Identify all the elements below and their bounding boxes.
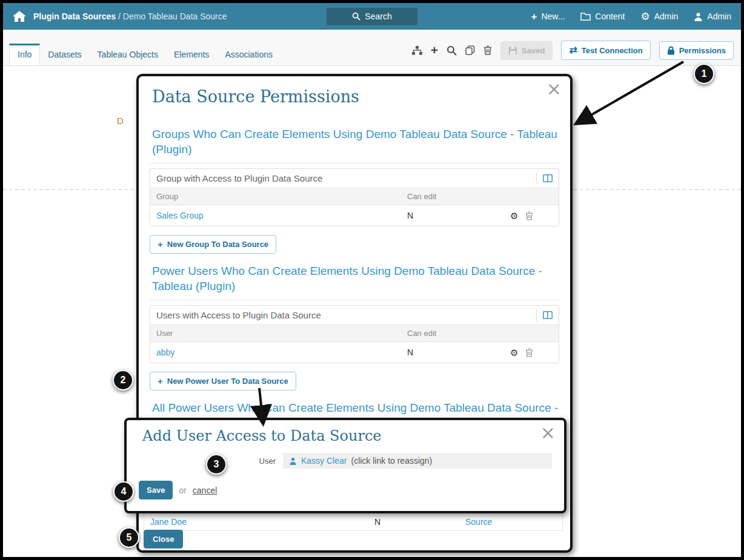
user-link[interactable]: Jane Doe xyxy=(150,517,187,527)
top-menu: + New... Content ⚙ Admin Admin xyxy=(531,12,731,22)
row-trash-icon[interactable] xyxy=(525,211,533,220)
row-gear-icon[interactable]: ⚙ xyxy=(510,211,518,220)
can-edit-value: N xyxy=(407,348,510,357)
copy-icon[interactable] xyxy=(465,45,475,55)
transfer-icon: ⇄ xyxy=(569,45,577,55)
toolbar: + Saved ⇄ Test Connection Permissions xyxy=(412,41,734,60)
power-users-section-heading: Power Users Who Can Create Elements Usin… xyxy=(150,263,559,300)
menu-user-label: Admin xyxy=(707,12,731,21)
can-edit-value: N xyxy=(407,211,510,220)
plus-icon: + xyxy=(531,12,537,22)
top-bar: Plugin Data Sources / Demo Tableau Data … xyxy=(3,3,741,30)
permissions-button[interactable]: Permissions xyxy=(659,41,734,60)
users-table-caption-row: Users with Access to Plugin Data Source xyxy=(150,306,559,325)
source-link[interactable]: Source xyxy=(465,517,492,527)
groups-table-caption-row: Group with Access to Plugin Data Source xyxy=(150,169,559,188)
menu-item-content[interactable]: Content xyxy=(580,12,625,21)
users-table-caption: Users with Access to Plugin Data Source xyxy=(156,310,536,320)
menu-item-new[interactable]: + New... xyxy=(531,12,565,22)
groups-section-heading: Groups Who Can Create Elements Using Dem… xyxy=(150,127,559,163)
home-icon[interactable] xyxy=(13,11,26,22)
tabs: Info Datasets Tableau Objects Elements A… xyxy=(9,44,281,65)
user-icon xyxy=(694,12,703,21)
permissions-label: Permissions xyxy=(679,46,726,55)
column-header-group: Group xyxy=(150,192,407,201)
new-power-user-button-label: New Power User To Data Source xyxy=(167,377,288,386)
folder-icon xyxy=(580,12,591,21)
add-icon[interactable]: + xyxy=(431,45,438,55)
add-user-modal-title: Add User Access to Data Source xyxy=(142,427,552,444)
menu-item-admin[interactable]: ⚙ Admin xyxy=(640,12,678,22)
column-header-can-edit: Can edit xyxy=(407,192,510,201)
tab-associations[interactable]: Associations xyxy=(217,44,281,65)
group-link[interactable]: Sales Group xyxy=(156,211,204,220)
groups-table-header: Group Can edit xyxy=(150,188,559,205)
search-button[interactable]: Search xyxy=(327,8,417,25)
trash-icon[interactable] xyxy=(483,45,492,55)
tab-bar: Info Datasets Tableau Objects Elements A… xyxy=(3,30,741,66)
breadcrumb: Plugin Data Sources / Demo Tableau Data … xyxy=(33,12,227,21)
row-gear-icon[interactable]: ⚙ xyxy=(510,348,518,357)
new-power-user-button[interactable]: + New Power User To Data Source xyxy=(150,372,296,390)
search-icon xyxy=(352,12,360,21)
lock-icon xyxy=(667,46,675,55)
background-partial-text: D xyxy=(117,116,124,126)
new-group-button-label: New Group To Data Source xyxy=(167,240,268,249)
callout-3: 3 xyxy=(206,454,227,475)
groups-table-caption: Group with Access to Plugin Data Source xyxy=(156,173,536,183)
arrow-to-modal xyxy=(577,62,683,123)
callout-2: 2 xyxy=(113,370,133,390)
sitemap-icon[interactable] xyxy=(412,46,422,55)
user-field: Kassy Clear (click link to reassign) xyxy=(283,453,552,469)
columns-icon[interactable] xyxy=(536,309,553,321)
callout-5: 5 xyxy=(119,527,139,548)
menu-admin-label: Admin xyxy=(654,12,679,21)
user-link[interactable]: abby xyxy=(156,348,174,357)
users-table-header: User Can edit xyxy=(150,325,559,342)
close-icon[interactable]: × xyxy=(546,80,562,98)
modal-title: Data Source Permissions xyxy=(152,87,559,106)
search-tool-icon[interactable] xyxy=(447,45,457,56)
menu-content-label: Content xyxy=(595,12,625,21)
table-row: Sales Group N ⚙ xyxy=(150,205,559,226)
table-row: Jane Doe N Source xyxy=(144,513,563,531)
column-header-can-edit: Can edit xyxy=(407,329,510,338)
save-row: Save or cancel xyxy=(139,481,552,499)
screen: Plugin Data Sources / Demo Tableau Data … xyxy=(0,0,744,560)
tab-elements[interactable]: Elements xyxy=(166,44,217,65)
user-field-row: User Kassy Clear (click link to reassign… xyxy=(139,453,552,469)
breadcrumb-separator: / xyxy=(118,12,121,21)
tab-info[interactable]: Info xyxy=(9,44,40,65)
table-row: abby N ⚙ xyxy=(150,342,559,363)
tab-tableau-objects[interactable]: Tableau Objects xyxy=(90,44,166,65)
test-connection-button[interactable]: ⇄ Test Connection xyxy=(561,41,650,60)
breadcrumb-current: Demo Tableau Data Source xyxy=(123,12,227,21)
reassign-hint: (click link to reassign) xyxy=(351,456,432,466)
breadcrumb-root[interactable]: Plugin Data Sources xyxy=(33,12,116,21)
saved-button-label: Saved xyxy=(522,46,545,55)
search-button-label: Search xyxy=(365,12,391,21)
person-icon xyxy=(289,457,297,465)
can-edit-value: N xyxy=(374,517,465,527)
callout-1: 1 xyxy=(694,64,714,84)
save-icon xyxy=(508,46,517,55)
close-button[interactable]: Close xyxy=(144,530,183,548)
groups-table: Group with Access to Plugin Data Source … xyxy=(150,168,559,226)
column-header-user: User xyxy=(150,329,407,338)
plus-icon: + xyxy=(158,377,163,386)
plus-icon: + xyxy=(158,240,163,249)
columns-icon[interactable] xyxy=(536,173,553,185)
test-connection-label: Test Connection xyxy=(582,46,643,55)
or-label: or xyxy=(179,486,186,495)
row-trash-icon[interactable] xyxy=(525,348,533,357)
saved-button: Saved xyxy=(500,41,553,60)
menu-item-user[interactable]: Admin xyxy=(694,12,731,21)
tab-datasets[interactable]: Datasets xyxy=(40,44,89,65)
callout-4: 4 xyxy=(113,481,134,502)
save-button[interactable]: Save xyxy=(139,481,173,499)
close-icon[interactable]: × xyxy=(540,424,556,442)
gear-icon: ⚙ xyxy=(640,12,649,22)
cancel-link[interactable]: cancel xyxy=(193,486,217,495)
assigned-user-link[interactable]: Kassy Clear xyxy=(301,456,347,466)
new-group-button[interactable]: + New Group To Data Source xyxy=(150,235,276,254)
